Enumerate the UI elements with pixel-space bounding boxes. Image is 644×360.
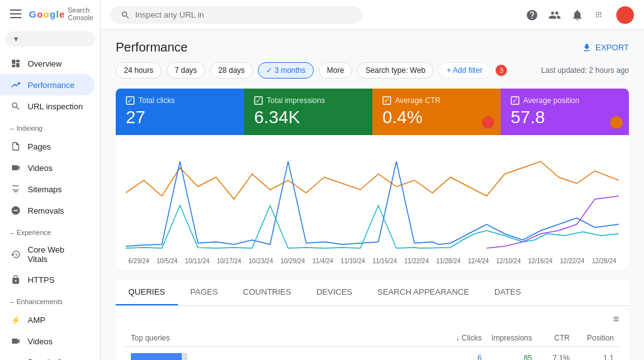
sidebar-item-url-inspection[interactable]: URL inspection: [0, 95, 95, 117]
sidebar-header: Google Search Console: [0, 0, 100, 28]
experience-section: Core Web Vitals HTTPS: [0, 237, 100, 293]
sidebar-item-amp[interactable]: ⚡ AMP: [0, 309, 95, 330]
sidebar-item-label: Videos: [28, 337, 53, 346]
filter-search-type[interactable]: Search type: Web: [357, 62, 433, 79]
video2-icon: [10, 335, 21, 347]
notifications-icon[interactable]: [571, 9, 584, 21]
sidebar-item-label: URL inspection: [28, 102, 83, 111]
position-value: 57.8: [511, 107, 619, 128]
metric-clicks[interactable]: ✓ Total clicks 27: [116, 89, 244, 135]
sidebar-item-videos-enh[interactable]: Videos: [0, 330, 95, 352]
sidebar-item-label: Pages: [28, 142, 51, 151]
indexing-section: Pages Videos Sitemaps Removals: [0, 133, 100, 224]
property-selector[interactable]: ▼: [5, 31, 95, 46]
performance-chart: [126, 143, 619, 256]
search-icon: [121, 10, 130, 20]
tab-queries[interactable]: QUERIES: [116, 280, 178, 305]
export-label: EXPORT: [596, 43, 629, 52]
clicks-value: 27: [126, 107, 234, 128]
impressions-value: 6.34K: [254, 107, 362, 128]
table-filter-row: ≡: [126, 314, 619, 325]
ctr-checkbox[interactable]: ✓: [382, 96, 391, 105]
help-icon[interactable]: [526, 9, 538, 21]
filter-more[interactable]: More: [319, 62, 352, 79]
header-position[interactable]: Position: [570, 334, 614, 342]
main-content: Performance EXPORT 24 hours 7 days 28 da…: [101, 0, 644, 360]
tab-devices[interactable]: DEVICES: [304, 280, 365, 305]
apps-icon[interactable]: [594, 9, 606, 21]
clicks-label: ✓ Total clicks: [126, 96, 234, 105]
sidebar-item-performance[interactable]: Performance: [0, 74, 95, 95]
sidebar-item-overview[interactable]: Overview: [0, 53, 95, 74]
impressions-label: ✓ Total impressions: [254, 96, 362, 105]
tab-search-appearance[interactable]: SEARCH APPEARANCE: [365, 280, 482, 305]
filter-count-badge: 3: [496, 65, 507, 76]
page-content: Performance EXPORT 24 hours 7 days 28 da…: [101, 30, 644, 360]
tab-pages[interactable]: PAGES: [178, 280, 231, 305]
tab-countries[interactable]: COUNTRIES: [230, 280, 304, 305]
sidebar-item-label: AMP: [28, 315, 45, 325]
search-icon: [10, 101, 21, 112]
hamburger-menu[interactable]: [8, 7, 24, 21]
sidebar-item-core-web-vitals[interactable]: Core Web Vitals: [0, 240, 95, 269]
tab-dates[interactable]: DATES: [482, 280, 533, 305]
table-row: 6 85 7.1% 1.1: [126, 347, 619, 360]
nav-section-main: Overview Performance URL inspection: [0, 50, 100, 119]
filter-3m[interactable]: ✓ 3 months: [258, 62, 314, 79]
filter-7d[interactable]: 7 days: [167, 62, 205, 79]
metric-impressions[interactable]: ✓ Total impressions 6.34K: [244, 89, 372, 135]
position-checkbox[interactable]: ✓: [511, 96, 519, 105]
check-mark: ✓: [266, 66, 274, 75]
metrics-chart-panel: ✓ Total clicks 27 ✓ Total impressions 6.…: [116, 89, 629, 270]
table-filter-icon[interactable]: ≡: [613, 314, 619, 325]
add-filter-button[interactable]: + Add filter: [438, 62, 491, 79]
topbar-icons: [526, 6, 634, 24]
people-icon[interactable]: [548, 9, 561, 21]
sidebar-item-https[interactable]: HTTPS: [0, 269, 95, 290]
metric-position[interactable]: ✓ Average position 57.8 2: [501, 89, 629, 135]
clicks-cell: 6: [431, 354, 482, 360]
sidebar-item-label: Core Web Vitals: [28, 245, 85, 264]
export-button[interactable]: EXPORT: [582, 43, 629, 53]
enhancements-section-title[interactable]: – Enhancements: [0, 293, 100, 307]
avatar[interactable]: [616, 6, 634, 24]
filter-28d[interactable]: 28 days: [210, 62, 253, 79]
sidebar-item-security[interactable]: – Security & Manual Actions: [0, 354, 95, 360]
impressions-checkbox[interactable]: ✓: [254, 96, 263, 105]
sidebar-item-sitemaps[interactable]: Sitemaps: [0, 178, 95, 200]
sitemap-icon: [10, 183, 21, 195]
sidebar-item-label: Sitemaps: [28, 185, 62, 194]
url-search-input[interactable]: [135, 10, 352, 19]
header-query: Top queries: [131, 334, 431, 342]
sidebar: Google Search Console ▼ Overview Perform…: [0, 0, 101, 360]
page-title: Performance: [116, 40, 188, 55]
sidebar-item-label: Removals: [28, 206, 64, 215]
sidebar-item-videos[interactable]: Videos: [0, 157, 95, 178]
ctr-badge: 1: [482, 116, 494, 129]
header-impressions[interactable]: Impressions: [482, 334, 532, 342]
indexing-section-title[interactable]: – Indexing: [0, 119, 100, 133]
experience-section-title[interactable]: – Experience: [0, 224, 100, 237]
sidebar-item-removals[interactable]: Removals: [0, 200, 95, 221]
header-ctr[interactable]: CTR: [532, 334, 570, 342]
filter-24h[interactable]: 24 hours: [116, 62, 162, 79]
position-cell: 1.1: [570, 354, 614, 360]
last-updated-text: Last updated: 2 hours ago: [541, 66, 629, 75]
page-title-row: Performance EXPORT: [116, 40, 629, 55]
sidebar-item-pages[interactable]: Pages: [0, 136, 95, 157]
removal-icon: [10, 205, 21, 216]
overview-icon: [10, 58, 21, 69]
video-icon: [10, 162, 21, 173]
enhancements-section: ⚡ AMP Videos: [0, 307, 100, 354]
tabs-row: QUERIES PAGES COUNTRIES DEVICES SEARCH A…: [116, 280, 629, 306]
metric-ctr[interactable]: ✓ Average CTR 0.4% 1: [372, 89, 501, 135]
header-clicks[interactable]: ↓ Clicks: [431, 334, 482, 342]
app-subtitle: Search Console: [68, 6, 93, 21]
sidebar-item-label: HTTPS: [28, 275, 55, 285]
clicks-checkbox[interactable]: ✓: [126, 96, 135, 105]
url-search-bar[interactable]: [111, 6, 362, 24]
lock-icon: [10, 274, 21, 285]
amp-icon: ⚡: [10, 314, 21, 325]
query-cell: [131, 353, 431, 360]
pages-icon: [10, 141, 21, 152]
